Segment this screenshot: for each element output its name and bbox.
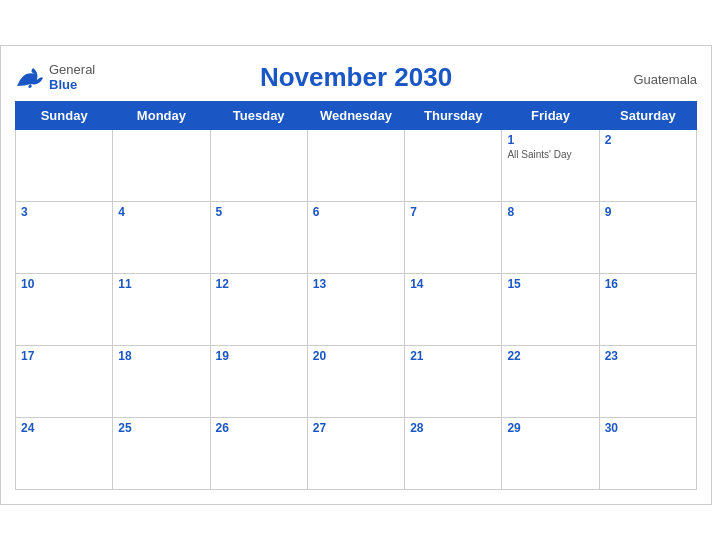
day-number: 16: [605, 277, 691, 291]
day-number: 26: [216, 421, 302, 435]
day-number: 12: [216, 277, 302, 291]
calendar-cell: 29: [502, 418, 599, 490]
day-number: 21: [410, 349, 496, 363]
calendar-cell: 23: [599, 346, 696, 418]
calendar: General Blue November 2030 Guatemala Sun…: [0, 45, 712, 505]
day-number: 20: [313, 349, 399, 363]
calendar-cell: 2: [599, 130, 696, 202]
calendar-cell: 5: [210, 202, 307, 274]
weekday-header-friday: Friday: [502, 102, 599, 130]
logo: General Blue: [15, 63, 95, 92]
day-number: 11: [118, 277, 204, 291]
day-number: 23: [605, 349, 691, 363]
calendar-cell: 14: [405, 274, 502, 346]
calendar-cell: 6: [307, 202, 404, 274]
calendar-cell: 25: [113, 418, 210, 490]
calendar-cell: 27: [307, 418, 404, 490]
day-number: 5: [216, 205, 302, 219]
calendar-week-1: 1All Saints' Day2: [16, 130, 697, 202]
calendar-cell: 26: [210, 418, 307, 490]
day-number: 22: [507, 349, 593, 363]
calendar-cell: 13: [307, 274, 404, 346]
calendar-cell: 9: [599, 202, 696, 274]
weekday-header-tuesday: Tuesday: [210, 102, 307, 130]
calendar-cell: [16, 130, 113, 202]
calendar-header: General Blue November 2030 Guatemala: [15, 56, 697, 101]
calendar-week-5: 24252627282930: [16, 418, 697, 490]
day-number: 7: [410, 205, 496, 219]
calendar-cell: 30: [599, 418, 696, 490]
calendar-cell: [307, 130, 404, 202]
weekday-header-saturday: Saturday: [599, 102, 696, 130]
calendar-cell: [210, 130, 307, 202]
calendar-title: November 2030: [260, 62, 452, 93]
day-number: 29: [507, 421, 593, 435]
day-number: 28: [410, 421, 496, 435]
day-number: 18: [118, 349, 204, 363]
day-number: 9: [605, 205, 691, 219]
calendar-cell: 7: [405, 202, 502, 274]
calendar-cell: 8: [502, 202, 599, 274]
weekday-header-row: SundayMondayTuesdayWednesdayThursdayFrid…: [16, 102, 697, 130]
day-number: 2: [605, 133, 691, 147]
calendar-cell: 22: [502, 346, 599, 418]
weekday-header-sunday: Sunday: [16, 102, 113, 130]
calendar-cell: 19: [210, 346, 307, 418]
calendar-cell: 24: [16, 418, 113, 490]
day-number: 14: [410, 277, 496, 291]
calendar-cell: 4: [113, 202, 210, 274]
day-number: 3: [21, 205, 107, 219]
day-number: 19: [216, 349, 302, 363]
day-number: 8: [507, 205, 593, 219]
calendar-cell: 21: [405, 346, 502, 418]
day-number: 13: [313, 277, 399, 291]
weekday-header-thursday: Thursday: [405, 102, 502, 130]
calendar-week-4: 17181920212223: [16, 346, 697, 418]
calendar-cell: 15: [502, 274, 599, 346]
calendar-cell: 18: [113, 346, 210, 418]
calendar-week-2: 3456789: [16, 202, 697, 274]
calendar-cell: [405, 130, 502, 202]
day-number: 4: [118, 205, 204, 219]
day-event: All Saints' Day: [507, 149, 593, 160]
day-number: 25: [118, 421, 204, 435]
calendar-country: Guatemala: [633, 71, 697, 86]
calendar-grid: SundayMondayTuesdayWednesdayThursdayFrid…: [15, 101, 697, 490]
calendar-cell: 11: [113, 274, 210, 346]
calendar-cell: 17: [16, 346, 113, 418]
calendar-cell: 20: [307, 346, 404, 418]
day-number: 6: [313, 205, 399, 219]
calendar-cell: 1All Saints' Day: [502, 130, 599, 202]
calendar-cell: 28: [405, 418, 502, 490]
day-number: 1: [507, 133, 593, 147]
logo-bird-icon: [15, 66, 45, 90]
day-number: 17: [21, 349, 107, 363]
calendar-cell: [113, 130, 210, 202]
calendar-cell: 10: [16, 274, 113, 346]
day-number: 27: [313, 421, 399, 435]
calendar-cell: 12: [210, 274, 307, 346]
logo-blue: Blue: [49, 78, 95, 92]
day-number: 10: [21, 277, 107, 291]
logo-text: General Blue: [49, 63, 95, 92]
weekday-header-wednesday: Wednesday: [307, 102, 404, 130]
calendar-cell: 3: [16, 202, 113, 274]
day-number: 15: [507, 277, 593, 291]
calendar-week-3: 10111213141516: [16, 274, 697, 346]
weekday-header-monday: Monday: [113, 102, 210, 130]
day-number: 24: [21, 421, 107, 435]
calendar-cell: 16: [599, 274, 696, 346]
logo-general: General: [49, 63, 95, 77]
day-number: 30: [605, 421, 691, 435]
